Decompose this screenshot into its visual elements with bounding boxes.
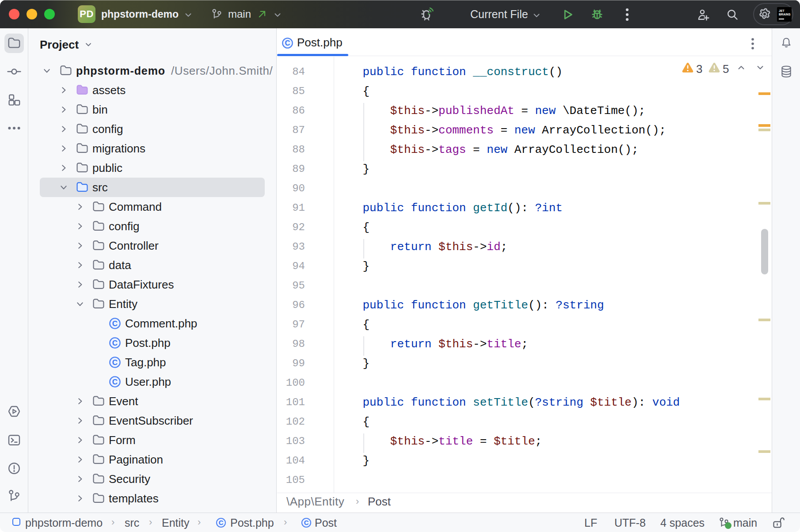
svg-text:C: C xyxy=(112,339,118,347)
svg-text:C: C xyxy=(112,319,118,328)
svg-text:C: C xyxy=(112,378,118,386)
svg-text:C: C xyxy=(112,358,118,367)
svg-text:C: C xyxy=(304,519,309,526)
svg-text:C: C xyxy=(285,39,290,47)
svg-text:C: C xyxy=(219,519,224,526)
